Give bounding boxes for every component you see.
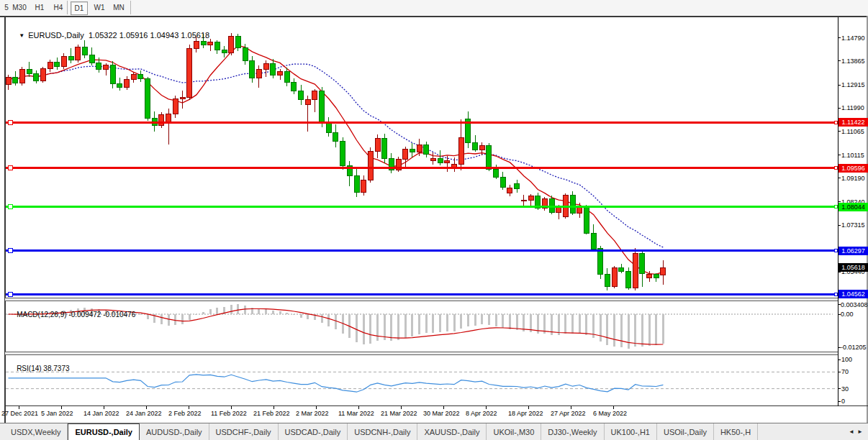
macd-bar bbox=[237, 304, 239, 314]
symbol-tab-usdcnh-daily[interactable]: USDCNH-,Daily bbox=[348, 423, 417, 440]
symbol-tab-bar: USDX,WeeklyEURUSD-,DailyAUDUSD-,DailyUSD… bbox=[0, 423, 868, 440]
price-axis-tick bbox=[838, 60, 841, 61]
date-axis-tick bbox=[61, 406, 62, 409]
macd-bar bbox=[641, 314, 643, 347]
candle-body bbox=[605, 274, 610, 286]
macd-bar bbox=[147, 314, 149, 319]
macd-bar bbox=[272, 311, 274, 314]
price-axis-label: 1.07315 bbox=[841, 221, 865, 229]
candle-body bbox=[479, 146, 484, 150]
price-axis-tick bbox=[838, 131, 841, 132]
macd-bar bbox=[369, 314, 371, 344]
macd-bar bbox=[558, 314, 560, 335]
price-axis-label: 1.10115 bbox=[841, 152, 864, 159]
candle-body bbox=[131, 75, 136, 79]
date-axis-label: 14 Jan 2022 bbox=[83, 410, 119, 417]
timeframe-button-h1[interactable]: H1 bbox=[33, 1, 46, 14]
ma-slow-line bbox=[9, 64, 664, 247]
candle-body bbox=[229, 36, 234, 53]
candle-body bbox=[214, 42, 220, 50]
candle-body bbox=[326, 122, 331, 133]
symbol-tab-usdcad-daily[interactable]: USDCAD-,Daily bbox=[279, 423, 348, 440]
main-chart-canvas[interactable] bbox=[5, 19, 838, 298]
date-axis-tick bbox=[443, 406, 444, 409]
chart-frame-top bbox=[0, 16, 868, 17]
symbol-tab-hk50-h[interactable]: HK50-,H bbox=[714, 423, 758, 440]
symbol-tab-usdx-weekly[interactable]: USDX,Weekly bbox=[4, 423, 68, 440]
macd-bar bbox=[209, 309, 212, 314]
level-line-handle[interactable] bbox=[8, 120, 12, 124]
level-line-handle[interactable] bbox=[8, 249, 12, 253]
macd-bar bbox=[502, 314, 504, 328]
timeframe-button-5[interactable]: 5 bbox=[3, 1, 10, 14]
timeframe-button-mn[interactable]: MN bbox=[111, 1, 127, 14]
timeframe-button-w1[interactable]: W1 bbox=[92, 1, 107, 14]
candle-body bbox=[647, 275, 652, 278]
candle-body bbox=[48, 63, 53, 69]
candle-body bbox=[166, 114, 171, 122]
symbol-tab-uk100-h1[interactable]: UK100-,H1 bbox=[605, 423, 657, 440]
candle-body bbox=[584, 207, 589, 233]
level-line-handle[interactable] bbox=[8, 292, 12, 296]
timeframe-button-h4[interactable]: H4 bbox=[52, 1, 65, 14]
trading-terminal: 5M30H1H4D1W1MN ▼EURUSD-,Daily 1.05322 1.… bbox=[0, 0, 868, 440]
rsi-axis-tick bbox=[838, 372, 841, 372]
candle-body bbox=[354, 176, 359, 193]
rsi-panel-canvas[interactable] bbox=[5, 355, 838, 405]
macd-axis-label: -0.01205 bbox=[841, 344, 867, 351]
symbol-tab-ukoil-m30[interactable]: UKOil-,M30 bbox=[487, 423, 541, 440]
level-line-handle[interactable] bbox=[8, 205, 12, 209]
rsi-axis-tick bbox=[838, 359, 841, 360]
candle-body bbox=[263, 64, 268, 70]
macd-bar bbox=[376, 314, 379, 341]
chart-bottom-line bbox=[5, 405, 868, 406]
candle-body bbox=[521, 200, 526, 201]
macd-bar bbox=[655, 314, 657, 345]
price-axis-tick bbox=[838, 108, 841, 109]
symbol-tab-usdchf-daily[interactable]: USDCHF-,Daily bbox=[209, 423, 279, 440]
candle-body bbox=[271, 64, 276, 75]
date-axis-tick bbox=[401, 406, 402, 409]
macd-bar bbox=[181, 314, 184, 324]
candle-body bbox=[403, 149, 408, 160]
macd-bar bbox=[286, 313, 288, 314]
candle-body bbox=[654, 275, 659, 278]
date-axis-label: 27 Dec 2021 bbox=[1, 410, 38, 417]
candle-body bbox=[417, 145, 422, 152]
tab-scroll-left-button[interactable]: ◄ bbox=[849, 428, 854, 435]
symbol-dropdown-icon[interactable]: ▼ bbox=[19, 32, 24, 39]
symbol-tab-dj30-weekly[interactable]: DJ30-,Weekly bbox=[541, 423, 604, 440]
candle-body bbox=[612, 268, 617, 287]
candle-body bbox=[96, 63, 101, 70]
price-axis-label: 1.09190 bbox=[841, 175, 865, 182]
level-line-handle[interactable] bbox=[8, 166, 12, 170]
macd-bar bbox=[279, 311, 281, 314]
macd-bar bbox=[620, 314, 623, 347]
timeframe-button-d1[interactable]: D1 bbox=[71, 1, 88, 15]
price-axis-line bbox=[838, 17, 838, 406]
macd-bar bbox=[300, 314, 302, 318]
timeframe-button-m30[interactable]: M30 bbox=[10, 1, 29, 14]
symbol-tab-usoil-daily[interactable]: USOil-,Daily bbox=[657, 423, 714, 440]
date-axis-label: 8 Apr 2022 bbox=[466, 410, 497, 417]
macd-bar bbox=[363, 314, 365, 344]
candle-body bbox=[333, 133, 338, 142]
candle-body bbox=[243, 47, 248, 60]
symbol-tab-audusd-daily[interactable]: AUDUSD-,Daily bbox=[140, 423, 209, 440]
macd-bar bbox=[606, 314, 608, 345]
symbol-tab-xauusd-daily[interactable]: XAUUSD-,Daily bbox=[417, 423, 487, 440]
macd-bar bbox=[230, 305, 232, 314]
macd-bar bbox=[579, 314, 581, 334]
date-axis-tick bbox=[528, 406, 529, 409]
date-axis-label: 5 Jan 2022 bbox=[41, 410, 73, 417]
macd-bar bbox=[327, 314, 330, 326]
candle-body bbox=[507, 188, 512, 193]
symbol-tab-eurusd-daily[interactable]: EURUSD-,Daily bbox=[68, 423, 139, 440]
candle-body bbox=[222, 50, 227, 53]
chart-ohlc-values: 1.05322 1.05916 1.04943 1.05618 bbox=[89, 31, 209, 40]
candle-body bbox=[6, 77, 11, 84]
candle-body bbox=[500, 178, 505, 188]
macd-bar bbox=[202, 312, 204, 314]
price-axis-tick bbox=[838, 225, 841, 226]
tab-scroll-right-button[interactable]: ► bbox=[857, 428, 863, 435]
